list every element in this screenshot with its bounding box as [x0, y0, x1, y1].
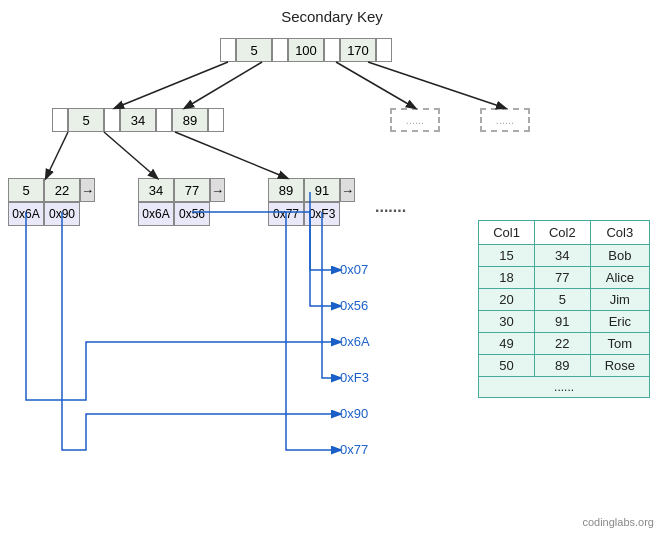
leaf-node-3: 89 91 → 0x77 0xF3 [268, 178, 355, 226]
svg-line-1 [185, 62, 262, 108]
ptr-label-4: 0x90 [340, 406, 368, 421]
table-cell-4-2: Tom [590, 333, 649, 355]
table-cell-0-1: 34 [534, 245, 590, 267]
table-cell-4-1: 22 [534, 333, 590, 355]
leaf-node-1: 5 22 → 0x6A 0x90 [8, 178, 95, 226]
svg-line-5 [104, 132, 157, 178]
svg-line-6 [175, 132, 287, 178]
table-dots: ...... [479, 377, 650, 398]
ptr-label-0: 0x07 [340, 262, 368, 277]
leaf3-ptr-1: 0xF3 [304, 202, 340, 226]
leaf2-key-0: 34 [138, 178, 174, 202]
table-cell-2-0: 20 [479, 289, 535, 311]
table-cell-0-0: 15 [479, 245, 535, 267]
root-key-0: 5 [236, 38, 272, 62]
table-row: 1877Alice [479, 267, 650, 289]
l2-key-0: 5 [68, 108, 104, 132]
table-cell-1-1: 77 [534, 267, 590, 289]
leaf2-key-1: 77 [174, 178, 210, 202]
table-row: 205Jim [479, 289, 650, 311]
table-cell-5-2: Rose [590, 355, 649, 377]
data-table: Col1 Col2 Col3 1534Bob1877Alice205Jim309… [478, 220, 650, 398]
col-header-1: Col1 [479, 221, 535, 245]
leaf2-ptr-1: 0x56 [174, 202, 210, 226]
watermark: codinglabs.org [582, 516, 654, 528]
col-header-2: Col2 [534, 221, 590, 245]
l2-key-2: 89 [172, 108, 208, 132]
table-cell-3-1: 91 [534, 311, 590, 333]
ptr-label-5: 0x77 [340, 442, 368, 457]
root-key-2: 170 [340, 38, 376, 62]
table-cell-2-1: 5 [534, 289, 590, 311]
table-row: 1534Bob [479, 245, 650, 267]
svg-line-4 [46, 132, 68, 178]
table-row: 5089Rose [479, 355, 650, 377]
table-row: 3091Eric [479, 311, 650, 333]
leaf3-key-0: 89 [268, 178, 304, 202]
table-cell-1-2: Alice [590, 267, 649, 289]
leaf3-next-ptr: → [340, 178, 355, 202]
l2-dashed-2: ...... [480, 108, 530, 132]
table-cell-5-0: 50 [479, 355, 535, 377]
leaf-node-2: 34 77 → 0x6A 0x56 [138, 178, 225, 226]
svg-line-0 [115, 62, 228, 108]
leaf1-ptr-1: 0x90 [44, 202, 80, 226]
page-title: Secondary Key [0, 0, 664, 25]
svg-line-2 [336, 62, 415, 108]
leaf2-next-ptr: → [210, 178, 225, 202]
table-cell-3-2: Eric [590, 311, 649, 333]
svg-line-3 [368, 62, 505, 108]
ptr-label-1: 0x56 [340, 298, 368, 313]
leaf2-ptr-0: 0x6A [138, 202, 174, 226]
l2-key-1: 34 [120, 108, 156, 132]
root-ptr-2 [324, 38, 340, 62]
leaf1-next-ptr: → [80, 178, 95, 202]
col-header-3: Col3 [590, 221, 649, 245]
table-cell-3-0: 30 [479, 311, 535, 333]
leaf3-ptr-0: 0x77 [268, 202, 304, 226]
leaf1-key-0: 5 [8, 178, 44, 202]
root-ptr-3 [376, 38, 392, 62]
table-cell-4-0: 49 [479, 333, 535, 355]
l2-ptr-3 [208, 108, 224, 132]
table-cell-0-2: Bob [590, 245, 649, 267]
leaf3-key-1: 91 [304, 178, 340, 202]
l2-ptr-1 [104, 108, 120, 132]
table-cell-2-2: Jim [590, 289, 649, 311]
root-ptr-0 [220, 38, 236, 62]
leaf1-ptr-0: 0x6A [8, 202, 44, 226]
l2-left-node: 5 34 89 [52, 108, 224, 132]
root-ptr-1 [272, 38, 288, 62]
table-cell-5-1: 89 [534, 355, 590, 377]
l2-ptr-2 [156, 108, 172, 132]
middle-dots: ....... [375, 198, 406, 216]
l2-dashed-1: ...... [390, 108, 440, 132]
ptr-label-3: 0xF3 [340, 370, 369, 385]
table-cell-1-0: 18 [479, 267, 535, 289]
root-node: 5 100 170 [220, 38, 392, 62]
leaf1-key-1: 22 [44, 178, 80, 202]
root-key-1: 100 [288, 38, 324, 62]
l2-ptr-0 [52, 108, 68, 132]
ptr-label-2: 0x6A [340, 334, 370, 349]
table-dots-row: ...... [479, 377, 650, 398]
table-row: 4922Tom [479, 333, 650, 355]
